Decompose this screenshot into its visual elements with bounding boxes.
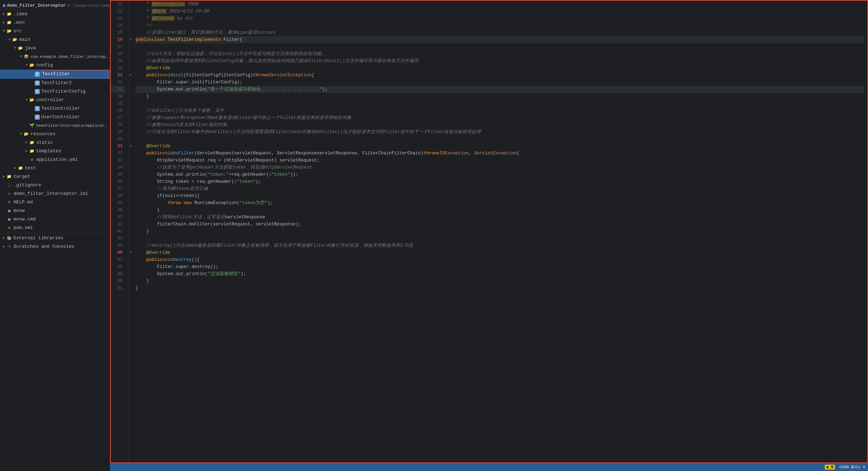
sidebar-item-application[interactable]: 🌱 DemoFilterInterceptorApplication bbox=[0, 121, 110, 130]
mvnwcmd-icon: ▣ bbox=[6, 217, 12, 222]
sidebar-item-idea[interactable]: ▶ 📁 .idea bbox=[0, 10, 110, 18]
code-line-36: String token = req.getHeader(≤ "token"); bbox=[136, 178, 864, 185]
sidebar-label-mvnw: mvnw bbox=[13, 207, 108, 214]
code-line-18: //init方法，初始化过滤器，可以在init()方法中完成与构造方法类似的初始… bbox=[136, 50, 864, 57]
sidebar-item-mvnw[interactable]: ▣ mvnw bbox=[0, 207, 110, 215]
sidebar-item-mvn[interactable]: ▶ 📁 .mvn bbox=[0, 18, 110, 27]
sidebar-label-iml: demo_filter_Interceptor.iml bbox=[13, 190, 108, 197]
code-line-46: @Override bbox=[136, 249, 864, 256]
sidebar-label-help: HELP.md bbox=[13, 199, 108, 206]
spring-icon: 🌱 bbox=[29, 123, 35, 128]
folder-icon: 📂 bbox=[23, 131, 29, 137]
code-line-17 bbox=[136, 43, 864, 50]
sidebar-item-gitignore[interactable]: ⬡ .gitignore bbox=[0, 181, 110, 190]
code-line-40: } bbox=[136, 207, 864, 214]
sidebar-item-resources[interactable]: ▼ 📂 resources bbox=[0, 130, 110, 138]
sidebar-label-application: DemoFilterInterceptorApplication bbox=[36, 122, 108, 129]
sidebar-item-testfilterconfig[interactable]: C TestFilterConfig bbox=[0, 87, 110, 96]
arrow-resources: ▼ bbox=[18, 131, 23, 138]
sidebar-item-config[interactable]: ▼ 📂 config bbox=[0, 61, 110, 70]
sidebar-item-main[interactable]: ▼ 📂 main bbox=[0, 35, 110, 44]
java-icon: C bbox=[35, 89, 40, 94]
sidebar-label-resources: resources bbox=[31, 131, 108, 138]
code-line-35: System.out.println("token:"+req.getHeade… bbox=[136, 171, 864, 178]
arrow-config: ▼ bbox=[24, 62, 29, 69]
code-container: 1112131415 1617 181920 21 22232425 26272… bbox=[110, 0, 868, 463]
warning-badge[interactable]: ▲ 5 bbox=[825, 465, 835, 470]
java-icon: C bbox=[35, 106, 40, 111]
sidebar-item-target[interactable]: ▶ 📁 target bbox=[0, 172, 110, 181]
code-line-31: @Override bbox=[136, 143, 864, 150]
code-line-20: @Override bbox=[136, 65, 864, 72]
sidebar-item-appyml[interactable]: ⚙ application.yml bbox=[0, 155, 110, 164]
sidebar: ▣ demo_Filter_Interceptor D:\javaproject… bbox=[0, 0, 110, 471]
code-line-27: //参数request和response为Web服务器或Filter链中的上一个… bbox=[136, 114, 864, 121]
folder-icon: 📁 bbox=[18, 165, 23, 171]
code-line-51: } bbox=[136, 285, 864, 292]
java-icon: C bbox=[35, 72, 40, 77]
sidebar-item-src[interactable]: ▼ 📂 src bbox=[0, 27, 110, 35]
line-numbers: 1112131415 1617 181920 21 22232425 26272… bbox=[111, 1, 129, 462]
sidebar-item-controller[interactable]: ▼ 📂 controller bbox=[0, 96, 110, 104]
code-line-26: //doFilter()方法有多个参数，其中 bbox=[136, 107, 864, 114]
sidebar-item-help[interactable]: M HELP.md bbox=[0, 198, 110, 207]
lib-icon: 📚 bbox=[6, 235, 12, 241]
code-line-47: public void destroy() { bbox=[136, 256, 864, 263]
sidebar-label-idea: .idea bbox=[13, 11, 108, 18]
code-line-38: if(null==token){ bbox=[136, 192, 864, 199]
code-line-30 bbox=[136, 136, 864, 143]
arrow-src: ▼ bbox=[1, 28, 6, 35]
project-title[interactable]: ▣ demo_Filter_Interceptor D:\javaproject… bbox=[0, 1, 110, 10]
folder-icon: 📂 bbox=[12, 37, 18, 43]
sidebar-item-testfilter[interactable]: C TestFilter bbox=[0, 70, 110, 79]
code-line-42: filterChain.doFilter(servletRequest, ser… bbox=[136, 221, 864, 228]
code-line-49: System.out.println("过滤器被销毁"); bbox=[136, 270, 864, 278]
code-line-23: System.out.println("第一个过滤器成功初始化. . . . .… bbox=[136, 86, 864, 93]
project-icon: ▣ bbox=[3, 3, 5, 8]
arrow-test: ▶ bbox=[13, 165, 18, 172]
sidebar-item-static[interactable]: ▶ 📁 static bbox=[0, 138, 110, 147]
sidebar-item-test[interactable]: ▶ 📁 test bbox=[0, 164, 110, 172]
sidebar-label-testfilter2: TestFilter2 bbox=[41, 80, 108, 87]
sidebar-item-extlib[interactable]: ▶ 📚 External Libraries bbox=[0, 234, 110, 242]
arrow-extlib: ▶ bbox=[1, 235, 6, 242]
sidebar-label-com: com.example.demo_filter_interceptor bbox=[31, 53, 108, 60]
folder-icon: 📁 bbox=[29, 140, 35, 146]
code-line-12: * @Date 2022/4/11 19:30 bbox=[136, 8, 864, 15]
sidebar-item-testcontroller[interactable]: C TestController bbox=[0, 104, 110, 113]
sidebar-label-target: target bbox=[13, 173, 108, 180]
code-line-33: HttpServletRequest req = (HttpServletReq… bbox=[136, 157, 864, 164]
sidebar-item-java[interactable]: ▼ 📂 java bbox=[0, 44, 110, 53]
java-icon: C bbox=[35, 115, 40, 120]
arrow-controller: ▼ bbox=[24, 97, 29, 104]
code-line-44 bbox=[136, 235, 864, 242]
package-icon: 📦 bbox=[23, 54, 29, 60]
scratch-icon: ✎ bbox=[6, 244, 12, 250]
sidebar-item-templates[interactable]: ▶ 📁 templates bbox=[0, 147, 110, 155]
sidebar-item-testfilter2[interactable]: C TestFilter2 bbox=[0, 79, 110, 87]
sidebar-item-usercontroller[interactable]: C UserController bbox=[0, 113, 110, 121]
arrow-mvn: ▶ bbox=[1, 19, 6, 26]
sidebar-label-java: java bbox=[25, 45, 108, 52]
git-icon: ⬡ bbox=[6, 182, 12, 188]
code-content[interactable]: * @Description TODO * @Date 2022/4/11 19… bbox=[133, 1, 867, 462]
sidebar-item-scratches[interactable]: ▶ ✎ Scratches and Consoles bbox=[0, 242, 110, 251]
sidebar-label-testfilterconfig: TestFilterConfig bbox=[41, 88, 108, 95]
folder-icon: 📂 bbox=[18, 45, 23, 51]
sidebar-item-mvnwcmd[interactable]: ▣ mvnw.cmd bbox=[0, 215, 110, 224]
mvnw-icon: ▣ bbox=[6, 208, 12, 214]
code-line-45: //destroy()方法在Web服务器卸载Filter对象之前被调用，该方法用… bbox=[136, 242, 864, 249]
sidebar-label-static: static bbox=[36, 139, 108, 146]
sidebar-label-main: main bbox=[19, 36, 108, 43]
sidebar-item-com[interactable]: ▼ 📦 com.example.demo_filter_interceptor bbox=[0, 53, 110, 61]
sidebar-item-pom[interactable]: m pom.xml bbox=[0, 224, 110, 232]
code-line-11: * @Description TODO bbox=[136, 1, 864, 8]
sidebar-label-src: src bbox=[13, 28, 108, 35]
folder-icon: 📂 bbox=[29, 62, 35, 68]
sidebar-item-iml[interactable]: ◇ demo_filter_Interceptor.iml bbox=[0, 190, 110, 198]
code-line-32: public void doFilter(ServletRequest serv… bbox=[136, 150, 864, 157]
sidebar-label-pom: pom.xml bbox=[13, 224, 108, 231]
arrow-com: ▼ bbox=[18, 53, 23, 60]
arrow-scratches: ▶ bbox=[1, 243, 6, 250]
sidebar-label-test: test bbox=[25, 165, 108, 172]
